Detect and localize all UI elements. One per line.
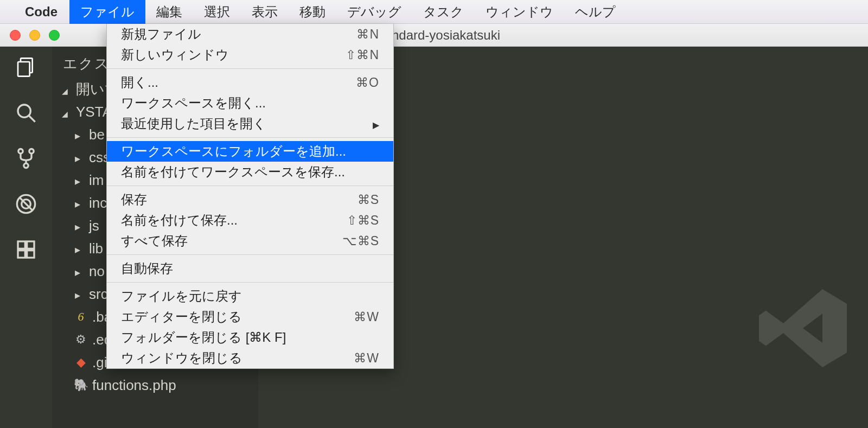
folder-label: be <box>89 126 105 143</box>
file-menu-dropdown: 新規ファイル⌘N 新しいウィンドウ⇧⌘N 開く...⌘O ワークスペースを開く.… <box>106 24 394 369</box>
menu-label: ワークスペースにフォルダーを追加... <box>121 143 346 160</box>
folder-label: src <box>89 286 108 303</box>
menu-save[interactable]: 保存⌘S <box>107 189 393 210</box>
folder-label: inc <box>89 195 107 212</box>
svg-rect-1 <box>18 62 30 76</box>
menu-task[interactable]: タスク <box>412 0 475 24</box>
menu-close-folder[interactable]: フォルダーを閉じる [⌘K F] <box>107 327 393 348</box>
menu-save-workspace-as[interactable]: 名前を付けてワークスペースを保存... <box>107 162 393 182</box>
menu-open[interactable]: 開く...⌘O <box>107 72 393 93</box>
gear-icon: ⚙ <box>75 333 87 347</box>
menu-view[interactable]: 表示 <box>241 0 289 24</box>
file-row[interactable]: 🐘functions.php <box>56 374 258 397</box>
folder-label: im <box>89 172 104 189</box>
menu-help[interactable]: ヘルプ <box>564 0 627 24</box>
menu-save-as[interactable]: 名前を付けて保存...⇧⌘S <box>107 210 393 231</box>
git-icon: ◆ <box>75 355 87 369</box>
shortcut-label: ⌘S <box>358 193 379 207</box>
menu-edit[interactable]: 編集 <box>145 0 193 24</box>
menu-new-file[interactable]: 新規ファイル⌘N <box>107 24 393 44</box>
vscode-watermark-icon <box>754 279 852 379</box>
minimize-window-button[interactable] <box>29 30 40 41</box>
chevron-right-icon <box>75 195 84 212</box>
menu-window[interactable]: ウィンドウ <box>475 0 564 24</box>
svg-point-2 <box>18 105 30 117</box>
close-window-button[interactable] <box>10 30 21 41</box>
menu-new-window[interactable]: 新しいウィンドウ⇧⌘N <box>107 44 393 65</box>
source-control-icon[interactable] <box>14 146 38 170</box>
menu-separator <box>107 282 393 283</box>
activity-bar <box>0 47 52 428</box>
search-icon[interactable] <box>14 101 38 125</box>
menu-label: 開く... <box>121 74 158 91</box>
menu-label: ファイルを元に戻す <box>121 288 242 305</box>
menu-label: ウィンドウを閉じる <box>121 349 242 367</box>
folder-label: no <box>89 263 105 280</box>
app-name[interactable]: Code <box>25 4 58 20</box>
menu-open-recent[interactable]: 最近使用した項目を開く <box>107 113 393 134</box>
folder-label: lib <box>89 240 103 257</box>
extensions-icon[interactable] <box>14 238 38 261</box>
folder-label: js <box>89 218 99 234</box>
explorer-icon[interactable] <box>14 55 38 79</box>
menu-open-workspace[interactable]: ワークスペースを開く... <box>107 93 393 113</box>
menu-label: 最近使用した項目を開く <box>121 115 266 132</box>
chevron-down-icon <box>62 104 71 120</box>
shortcut-label: ⌥⌘S <box>342 234 379 248</box>
menu-revert-file[interactable]: ファイルを元に戻す <box>107 286 393 306</box>
menu-label: 名前を付けてワークスペースを保存... <box>121 163 345 181</box>
menu-label: 新規ファイル <box>121 25 201 43</box>
menu-close-window[interactable]: ウィンドウを閉じる⌘W <box>107 348 393 368</box>
menu-separator <box>107 254 393 255</box>
menu-label: 名前を付けて保存... <box>121 212 238 229</box>
zoom-window-button[interactable] <box>49 30 60 41</box>
shortcut-label: ⇧⌘S <box>347 213 379 228</box>
menu-go[interactable]: 移動 <box>289 0 336 24</box>
menu-label: 新しいウィンドウ <box>121 46 229 63</box>
menu-debug[interactable]: デバッグ <box>336 0 412 24</box>
menu-close-editor[interactable]: エディターを閉じる⌘W <box>107 306 393 327</box>
chevron-down-icon <box>62 81 71 98</box>
babel-icon: 6 <box>75 310 87 324</box>
svg-rect-13 <box>27 251 34 258</box>
menu-add-folder-to-workspace[interactable]: ワークスペースにフォルダーを追加... <box>107 141 393 162</box>
menu-separator <box>107 68 393 69</box>
menu-label: エディターを閉じる <box>121 308 242 325</box>
svg-line-3 <box>29 116 35 122</box>
chevron-right-icon <box>75 172 84 189</box>
chevron-right-icon <box>75 263 84 280</box>
menu-separator <box>107 186 393 186</box>
svg-rect-11 <box>27 241 34 248</box>
menu-auto-save[interactable]: 自動保存 <box>107 258 393 279</box>
menu-label: フォルダーを閉じる [⌘K F] <box>121 329 286 346</box>
shortcut-label: ⇧⌘N <box>346 48 379 62</box>
submenu-arrow-icon <box>373 116 379 131</box>
menu-select[interactable]: 選択 <box>193 0 241 24</box>
menu-label: 自動保存 <box>121 260 173 277</box>
svg-point-4 <box>18 149 23 154</box>
chevron-right-icon <box>75 149 84 166</box>
menu-save-all[interactable]: すべて保存⌥⌘S <box>107 231 393 251</box>
file-label: .gi <box>92 354 107 371</box>
chevron-right-icon <box>75 286 84 303</box>
file-label: functions.php <box>92 377 176 394</box>
shortcut-label: ⌘W <box>354 310 379 324</box>
menu-file[interactable]: ファイル <box>69 0 145 24</box>
menu-label: ワークスペースを開く... <box>121 94 266 112</box>
menu-label: 保存 <box>121 191 147 208</box>
chevron-right-icon <box>75 240 84 257</box>
macos-menubar: Code ファイル 編集 選択 表示 移動 デバッグ タスク ウィンドウ ヘルプ <box>0 0 868 24</box>
shortcut-label: ⌘N <box>356 27 379 42</box>
chevron-right-icon <box>75 218 84 234</box>
svg-point-6 <box>24 163 28 168</box>
debug-icon[interactable] <box>14 192 38 216</box>
shortcut-label: ⌘O <box>356 75 379 90</box>
svg-point-5 <box>29 149 34 154</box>
shortcut-label: ⌘W <box>354 351 379 366</box>
svg-rect-10 <box>18 241 25 248</box>
php-icon: 🐘 <box>75 378 87 392</box>
chevron-right-icon <box>75 126 84 143</box>
traffic-lights <box>0 30 60 41</box>
menu-label: すべて保存 <box>121 232 188 250</box>
svg-rect-12 <box>18 251 25 258</box>
